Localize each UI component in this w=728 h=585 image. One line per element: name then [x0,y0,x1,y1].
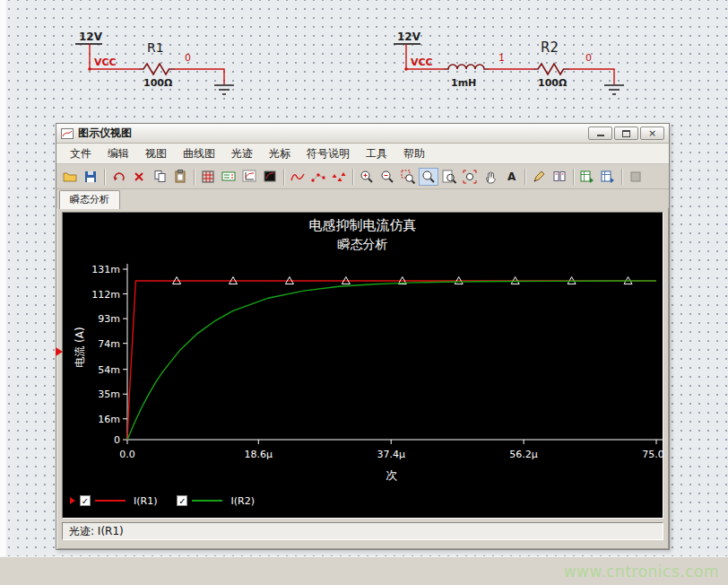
resistor-r2[interactable]: R2 100Ω [533,39,569,89]
menu-view[interactable]: 视图 [137,144,175,164]
open-button[interactable] [60,168,80,186]
source-left-label: 12V [79,31,103,43]
maximize-button[interactable] [614,127,638,140]
menu-bar: 文件编辑视图曲线图光迹光标符号说明工具帮助 [56,144,669,164]
ground-left[interactable] [214,85,234,94]
status-bar: 光迹: I(R1) [62,522,663,540]
menu-legend[interactable]: 符号说明 [299,144,358,164]
tab-row: 瞬态分析 [56,189,669,208]
zoom-in-button[interactable] [357,168,377,186]
zoom-restore-button[interactable] [460,168,480,186]
show-legend-button[interactable] [219,168,238,186]
resistor-r1-ref: R1 [147,40,164,55]
wire-left-out[interactable] [175,69,224,84]
overlay-pages-button[interactable] [550,168,569,186]
selected-axis-arrow [56,347,63,356]
graph-properties-button[interactable] [260,168,280,186]
undo-icon [112,170,126,183]
bottom-bar: www.cntronics.com [0,556,728,585]
junction-dot-right [404,67,408,71]
resistor-r1[interactable]: R1 100Ω [139,40,175,89]
toolbar-separator [283,169,284,185]
canvas-left-margin [0,0,6,556]
inductor-l1[interactable]: 1mH [444,65,489,89]
wire-right-out[interactable] [569,69,614,84]
pages-icon [552,170,567,183]
power-source-left[interactable]: 12V [75,31,103,44]
stop-button[interactable] [626,168,646,186]
show-axes-button[interactable] [239,168,259,186]
stop-icon [628,170,643,184]
watermark: www.cntronics.com [564,563,719,581]
menu-help[interactable]: 帮助 [395,144,433,164]
resistor-r2-ref: R2 [541,39,559,56]
text-button[interactable]: A [501,168,521,186]
zoom-out-icon [380,170,394,184]
copy-button[interactable] [150,168,169,186]
minimize-icon [597,131,604,136]
zoom-out-button[interactable] [377,168,397,186]
svg-text:35m: 35m [98,389,120,400]
legend-checkbox[interactable]: ✓ [177,495,187,506]
net-label-vcc-right: VCC [411,57,433,68]
toolbar-separator [352,169,353,185]
node-label-right-0: 0 [585,52,592,64]
trace-wave-icon [290,170,305,183]
toolbar-separator [573,169,574,185]
svg-text:56.2μ: 56.2μ [509,449,538,460]
menu-trace[interactable]: 光迹 [223,144,261,164]
window-icon [61,128,74,139]
close-button[interactable]: × [640,127,664,140]
text-icon: A [505,170,517,183]
svg-text:37.4μ: 37.4μ [377,449,405,460]
svg-text:18.6μ: 18.6μ [245,449,273,460]
trace-button[interactable] [288,168,308,186]
node-label-left-0: 0 [185,52,191,64]
minimize-button[interactable] [588,127,612,140]
menu-tools[interactable]: 工具 [358,144,395,164]
tab-transient-analysis[interactable]: 瞬态分析 [59,190,120,209]
export-data-icon [601,170,615,184]
legend-item-I(R2)[interactable]: ✓I(R2) [177,495,254,507]
inductor-l1-value: 1mH [451,77,476,89]
cursors-button[interactable] [308,168,328,186]
zoom-area-button[interactable] [398,168,418,186]
show-grid-button[interactable] [198,168,218,186]
ground-right[interactable] [604,85,624,94]
undo-button[interactable] [108,168,128,186]
markers-button[interactable] [329,168,349,186]
toolbar-separator [524,169,525,185]
save-button[interactable] [81,168,100,186]
menu-graph[interactable]: 曲线图 [175,144,223,164]
zoom-select-button[interactable] [419,168,438,186]
schematic[interactable]: 12V VCC R1 100Ω 0 12V VCC 1mH 1 R2 100Ω … [54,18,681,121]
zoom-full-button[interactable] [439,168,459,186]
resistor-r2-value: 100Ω [538,77,568,89]
svg-text:93m: 93m [98,313,120,325]
resistor-r2-symbol[interactable] [533,64,569,74]
legend-item-I(R1)[interactable]: ✓I(R1) [70,495,157,507]
legend-line-swatch [95,500,126,502]
svg-text:75.0μ: 75.0μ [642,449,664,460]
svg-text:0: 0 [114,434,120,446]
delete-button[interactable] [129,168,149,186]
source-right-label: 12V [397,31,421,43]
export-excel-button[interactable] [577,168,597,186]
resistor-r1-symbol[interactable] [139,64,175,74]
legend-icon [221,170,236,183]
inductor-l1-symbol[interactable] [444,65,489,69]
open-icon [63,170,77,183]
toolbar-separator [194,169,195,185]
menu-cursor[interactable]: 光标 [261,144,299,164]
menu-file[interactable]: 文件 [62,144,100,164]
export-data-button[interactable] [598,168,618,186]
paste-button[interactable] [170,168,190,186]
legend-checkbox[interactable]: ✓ [80,495,91,506]
pan-button[interactable] [481,168,500,186]
power-source-right[interactable]: 12V [394,31,421,44]
annotate-button[interactable] [529,168,549,186]
chart-panel: 电感抑制电流仿真 瞬态分析 电流 (A) 016m35m54m74m93m112… [62,212,663,519]
title-bar[interactable]: 图示仪视图 × [56,124,669,144]
legend-label: I(R1) [134,495,157,507]
menu-edit[interactable]: 编辑 [100,144,137,164]
